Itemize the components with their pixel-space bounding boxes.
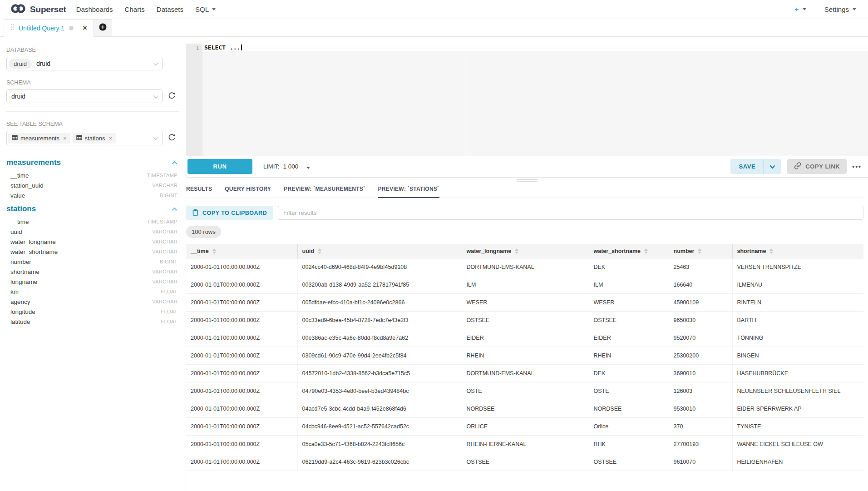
schema-section-measurements: measurements __timeTIMESTAMP station_uui…: [6, 158, 179, 200]
column-type: VARCHAR: [152, 269, 178, 274]
cell: EIDER: [462, 329, 589, 347]
refresh-icon: [168, 133, 176, 143]
sort-icon: [318, 248, 321, 254]
save-button[interactable]: SAVE: [730, 159, 764, 174]
see-table-schema-label: SEE TABLE SCHEMA: [6, 121, 179, 127]
column-header-label: number: [674, 248, 695, 254]
cell: TYNISTE: [732, 418, 863, 436]
sql-lab-sidebar: DATABASE druid druid SCHEMA druid: [0, 37, 186, 491]
cell: 06219dd9-a2c4-463c-9619-623b3c026cbc: [297, 453, 462, 471]
nav-item-sql[interactable]: SQL: [195, 5, 216, 13]
superset-logo[interactable]: Superset: [10, 3, 66, 16]
column-header-water-shortname[interactable]: water_shortname: [589, 244, 669, 258]
add-tab-icon: [99, 23, 107, 33]
line-number: 1: [186, 44, 199, 52]
pane-split-divider: [186, 177, 868, 181]
sql-lab-screen: Superset Dashboards Charts Datasets SQL …: [0, 0, 868, 491]
nav-item-charts[interactable]: Charts: [125, 5, 145, 13]
tab-query-history[interactable]: QUERY HISTORY: [225, 186, 271, 198]
editor-code-area[interactable]: SELECT ...: [202, 44, 868, 156]
main-area: DATABASE druid druid SCHEMA druid: [0, 37, 868, 491]
cell: HASEHUBBRÜCKE: [732, 365, 863, 382]
sort-icon: [212, 248, 216, 254]
cell: TÖNNING: [732, 329, 863, 347]
limit-dropdown[interactable]: LIMIT: 1 000: [263, 163, 310, 171]
database-select[interactable]: druid druid: [6, 57, 163, 70]
cell: 2000-01-01T00:00:00.000Z: [186, 312, 297, 329]
add-query-tab-button[interactable]: [94, 19, 112, 37]
copy-link-button[interactable]: COPY LINK: [787, 159, 847, 174]
column-type: VARCHAR: [152, 239, 178, 244]
cell: 003200ab-d138-49d9-aa52-217817941f85: [297, 276, 462, 294]
cell: RHK: [589, 436, 669, 453]
tab-results[interactable]: RESULTS: [186, 186, 212, 198]
schema-column-row: water_longnameVARCHAR: [6, 237, 179, 247]
column-header-shortname[interactable]: shortname: [732, 244, 863, 258]
tab-preview-stations[interactable]: PREVIEW: `STATIONS`: [378, 186, 439, 198]
new-item-button[interactable]: +: [794, 5, 806, 13]
tab-preview-measurements[interactable]: PREVIEW: `MEASUREMENTS`: [284, 186, 365, 198]
schema-select[interactable]: druid: [6, 89, 163, 103]
close-icon[interactable]: ×: [83, 25, 87, 32]
cell: 166640: [669, 276, 732, 294]
nav-links: Dashboards Charts Datasets SQL: [76, 5, 216, 13]
schema-column-row: water_shortnameVARCHAR: [6, 247, 179, 257]
cell: BINGEN: [732, 347, 863, 365]
print-margin-ruler: [466, 44, 466, 156]
cell: WESER: [589, 294, 669, 312]
table-row: 2000-01-01T00:00:00.000Z00e386ac-e35c-4a…: [186, 329, 863, 347]
refresh-icon: [168, 91, 176, 101]
cell: 00c33ed9-6bea-45b4-8728-7edc7e43e2f3: [297, 312, 462, 329]
schema-table-name: stations: [6, 204, 36, 213]
caret-down-icon: [306, 163, 310, 171]
cell: 2000-01-01T00:00:00.000Z: [186, 276, 297, 294]
more-actions-button[interactable]: •••: [852, 163, 862, 170]
top-nav: Superset Dashboards Charts Datasets SQL …: [0, 0, 868, 19]
resize-drag-handle[interactable]: [517, 179, 538, 183]
schema-column-row: shortnameVARCHAR: [6, 267, 179, 277]
column-name: water_longname: [10, 238, 56, 245]
refresh-schema-button[interactable]: [167, 91, 177, 101]
column-header-time[interactable]: __time: [186, 244, 297, 258]
cell: 9520070: [669, 329, 732, 347]
column-type: BIGINT: [160, 193, 178, 198]
cell: 005dfdae-efcc-410a-bf1c-24096e0c2866: [297, 294, 462, 312]
schema-collapse-stations[interactable]: stations: [6, 204, 179, 213]
copy-to-clipboard-button[interactable]: COPY TO CLIPBOARD: [186, 206, 273, 220]
row-count-badge: 100 rows: [186, 226, 221, 238]
sql-editor[interactable]: 1 SELECT ...: [186, 44, 868, 156]
editor-pane: 1 SELECT ... RUN LIMIT:: [186, 37, 868, 491]
cell: Orlice: [589, 418, 669, 436]
save-options-button[interactable]: [764, 159, 781, 174]
filter-results-input[interactable]: [278, 206, 863, 220]
table-chip-measurements[interactable]: measurements ×: [8, 133, 70, 144]
cell: 0024cc40-d690-468d-84f9-4e9bf45d9108: [297, 258, 462, 276]
remove-chip-icon[interactable]: ×: [63, 135, 67, 141]
cell: 25300200: [669, 347, 732, 365]
nav-item-datasets[interactable]: Datasets: [157, 5, 183, 13]
cell: OSTE: [589, 382, 669, 400]
cell: DORTMUND-EMS-KANAL: [462, 258, 589, 276]
remove-chip-icon[interactable]: ×: [108, 135, 112, 141]
cell: RINTELN: [732, 294, 863, 312]
sidebar-divider: [6, 111, 179, 112]
column-header-number[interactable]: number: [669, 244, 732, 258]
column-header-water-longname[interactable]: water_longname: [462, 244, 589, 258]
column-name: number: [10, 258, 31, 265]
column-header-uuid[interactable]: uuid: [297, 244, 462, 258]
schema-value: druid: [11, 93, 25, 100]
settings-menu[interactable]: Settings: [824, 5, 856, 13]
schema-collapse-measurements[interactable]: measurements: [6, 158, 179, 167]
refresh-tables-button[interactable]: [167, 133, 177, 143]
table-row: 2000-01-01T00:00:00.000Z0024cc40-d690-46…: [186, 258, 863, 276]
table-schema-select[interactable]: measurements ×: [6, 131, 163, 145]
table-row: 2000-01-01T00:00:00.000Z003200ab-d138-49…: [186, 276, 863, 294]
results-section: RESULTS QUERY HISTORY PREVIEW: `MEASUREM…: [186, 181, 868, 491]
column-name: latitude: [10, 318, 30, 325]
schema-column-row: uuidVARCHAR: [6, 227, 179, 237]
query-tab-active[interactable]: Untitled Query 1 ×: [4, 19, 94, 37]
table-chip-stations[interactable]: stations ×: [73, 133, 116, 144]
cell: EIDER-SPERRWERK AP: [732, 400, 863, 418]
nav-item-dashboards[interactable]: Dashboards: [76, 5, 113, 13]
run-button[interactable]: RUN: [187, 159, 252, 174]
